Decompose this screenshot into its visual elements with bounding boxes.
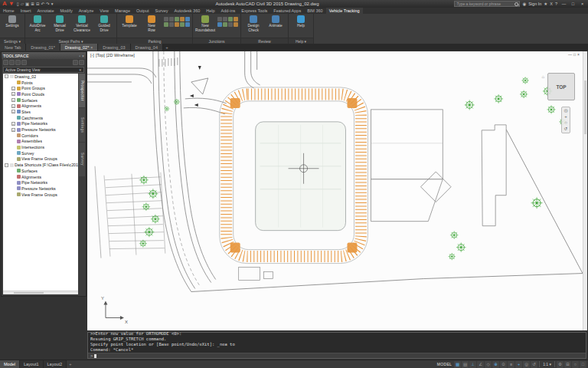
ortho-icon[interactable]: ⊥: [469, 361, 476, 368]
tab-close-icon[interactable]: ×: [90, 45, 93, 50]
ribbon-button[interactable]: AutoDrive Arc: [28, 15, 47, 32]
panel-label[interactable]: Swept Paths ▾: [25, 38, 116, 44]
tree-item[interactable]: − Drawing_02: [3, 74, 78, 80]
toolspace-close-icon[interactable]: ×: [82, 54, 84, 58]
tree-item[interactable]: + Alignments: [3, 103, 78, 109]
parking-tool-icons[interactable]: [164, 17, 190, 27]
file-tab[interactable]: Drawing_04×: [131, 44, 163, 51]
tree-expander[interactable]: −: [5, 74, 8, 78]
orbit-icon[interactable]: ↺: [564, 127, 567, 132]
annotation-scale[interactable]: 1:1 ▾: [541, 362, 553, 366]
tree-item[interactable]: Catchments: [3, 115, 78, 121]
ribbon-tab[interactable]: Home: [0, 8, 18, 14]
tree-expander[interactable]: +: [11, 122, 15, 126]
annotation-visibility-icon[interactable]: ◎: [523, 361, 530, 368]
toolspace-toolbar-icon[interactable]: [3, 60, 8, 65]
tree-item[interactable]: − Data Shortcuts [F:\Class Files\c2015\T…: [3, 162, 78, 168]
new-drawing-tab-button[interactable]: +: [163, 44, 171, 51]
tree-item[interactable]: Assemblies: [3, 139, 78, 145]
application-menu-arrow-icon[interactable]: ▾: [9, 0, 14, 8]
tree-item[interactable]: View Frame Groups: [3, 192, 78, 198]
save-as-icon[interactable]: ⊞: [31, 0, 34, 8]
tree-item[interactable]: View Frame Groups: [3, 156, 78, 163]
tree-item[interactable]: + Sites: [3, 109, 78, 115]
ribbon-tab[interactable]: Autodesk 360: [172, 8, 204, 14]
viewport-control[interactable]: [Top]: [96, 53, 105, 58]
command-input-row[interactable]: >: [88, 353, 586, 358]
clean-screen-icon[interactable]: □: [580, 361, 586, 368]
ribbon-tab[interactable]: Add-ins: [218, 8, 239, 14]
search-input[interactable]: [455, 2, 514, 6]
ribbon-tab[interactable]: Modify: [57, 8, 75, 14]
tree-item[interactable]: + Surfaces: [3, 97, 78, 104]
help-icon[interactable]: ?: [555, 0, 557, 8]
toolspace-toolbar-icon[interactable]: [9, 60, 15, 65]
polar-tracking-icon[interactable]: ∠: [477, 361, 484, 368]
lineweight-icon[interactable]: ≡: [508, 361, 514, 368]
ribbon-tab[interactable]: Help: [203, 8, 217, 14]
drawing-view-dropdown[interactable]: Active Drawing View ▼: [3, 67, 84, 73]
undo-icon[interactable]: ↶: [41, 0, 44, 8]
tree-expander[interactable]: +: [11, 110, 15, 113]
tree-item[interactable]: + Point Clouds: [3, 91, 78, 97]
grid-icon[interactable]: ▦: [454, 361, 461, 368]
viewcube[interactable]: TOP: [547, 73, 575, 100]
tree-item[interactable]: + Point Groups: [3, 85, 78, 91]
ribbon-button[interactable]: Template: [119, 15, 139, 28]
model-space-label[interactable]: MODEL: [437, 362, 452, 366]
ribbon-tab[interactable]: Survey: [152, 8, 171, 14]
ribbon-tab[interactable]: Manage: [112, 8, 133, 14]
ribbon-button[interactable]: Settings: [2, 15, 22, 28]
tree-item[interactable]: Pipe Networks: [3, 179, 78, 186]
pan-icon[interactable]: +: [564, 114, 567, 120]
tree-item[interactable]: + Pressure Networks: [3, 127, 78, 133]
ribbon-tab[interactable]: Output: [133, 8, 152, 14]
tree-item[interactable]: Alignments: [3, 174, 78, 180]
panel-label[interactable]: Parking: [117, 38, 192, 44]
tree-item[interactable]: Surfaces: [3, 168, 78, 174]
panel-label[interactable]: Settings ▾: [0, 38, 24, 44]
ribbon-button[interactable]: Vertical Clearance: [72, 15, 92, 32]
tree-expander[interactable]: −: [5, 163, 8, 167]
workspace-gear-icon[interactable]: ⚙: [557, 361, 564, 368]
viewport-control[interactable]: [-]: [90, 53, 94, 58]
drawing-canvas[interactable]: Y X [-][Top][2D Wireframe] —□× ⌂ TOP ◎+○…: [87, 51, 587, 330]
application-menu-button[interactable]: A: [2, 0, 8, 8]
layout-tab[interactable]: Model: [0, 360, 20, 368]
add-layout-button[interactable]: +: [67, 362, 74, 366]
redo-icon[interactable]: ↷: [46, 0, 50, 8]
tree-expander[interactable]: +: [11, 128, 15, 132]
restore-button[interactable]: □: [569, 1, 577, 8]
file-tab[interactable]: Drawing_01*×: [26, 44, 60, 51]
toolspace-toolbar-icon[interactable]: [21, 60, 27, 65]
tree-expander[interactable]: +: [11, 87, 15, 90]
autoscale-icon[interactable]: ↺: [531, 361, 537, 368]
ribbon-button[interactable]: Design Check: [243, 15, 263, 32]
layout-tab[interactable]: Layout1: [20, 360, 44, 368]
osnap-icon[interactable]: ⊕: [492, 361, 499, 368]
sign-in-button[interactable]: Sign In: [528, 0, 541, 8]
ribbon-tab[interactable]: Insert: [18, 8, 34, 14]
viewcube-home-icon[interactable]: ⌂: [541, 74, 544, 79]
zoom-icon[interactable]: ○: [564, 120, 567, 126]
file-tab[interactable]: New Tab×: [0, 44, 26, 51]
navigation-wheel-icon[interactable]: ◎: [564, 108, 567, 113]
toolspace-side-tab[interactable]: Settings: [79, 108, 85, 142]
isolate-objects-icon[interactable]: ○: [572, 361, 579, 368]
toolspace-toolbar-icon[interactable]: [79, 60, 84, 65]
ribbon-button[interactable]: Manual Drive: [50, 15, 70, 32]
save-icon[interactable]: ▣: [25, 0, 29, 8]
otrack-icon[interactable]: ⊙: [500, 361, 507, 368]
tree-item[interactable]: + Pipe Networks: [3, 121, 78, 127]
toolspace-side-tab[interactable]: Survey: [79, 143, 85, 176]
tree-item[interactable]: Survey: [3, 150, 78, 156]
ribbon-tab[interactable]: View: [96, 8, 112, 14]
ribbon-tab[interactable]: Vehicle Tracking: [326, 8, 363, 14]
ribbon-tab[interactable]: Annotate: [34, 8, 57, 14]
layout-tab[interactable]: Layout2: [44, 360, 67, 368]
panel-label[interactable]: Junctions: [193, 38, 240, 44]
tree-expander[interactable]: +: [11, 92, 15, 96]
new-file-icon[interactable]: ▯: [17, 0, 19, 8]
toolspace-header[interactable]: TOOLSPACE ▫×: [2, 52, 86, 59]
ribbon-button[interactable]: New Roundabout: [195, 15, 215, 32]
